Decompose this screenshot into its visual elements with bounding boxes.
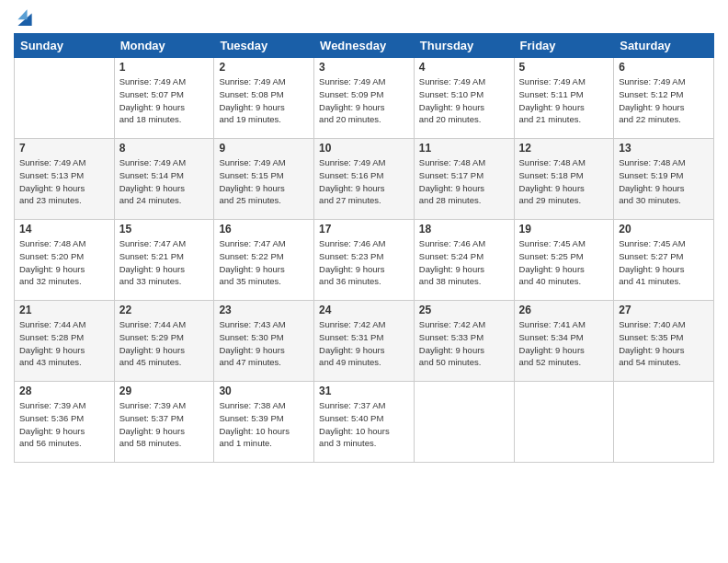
day-cell: 11Sunrise: 7:48 AM Sunset: 5:17 PM Dayli…	[414, 139, 514, 220]
day-cell: 15Sunrise: 7:47 AM Sunset: 5:21 PM Dayli…	[114, 220, 214, 301]
day-number: 1	[119, 61, 210, 74]
day-cell: 25Sunrise: 7:42 AM Sunset: 5:33 PM Dayli…	[414, 301, 514, 382]
header	[14, 9, 714, 26]
day-cell: 16Sunrise: 7:47 AM Sunset: 5:22 PM Dayli…	[214, 220, 314, 301]
day-cell: 7Sunrise: 7:49 AM Sunset: 5:13 PM Daylig…	[15, 139, 115, 220]
day-info: Sunrise: 7:39 AM Sunset: 5:36 PM Dayligh…	[19, 399, 109, 450]
header-thursday: Thursday	[414, 34, 514, 58]
day-info: Sunrise: 7:38 AM Sunset: 5:39 PM Dayligh…	[219, 399, 309, 450]
day-cell: 10Sunrise: 7:49 AM Sunset: 5:16 PM Dayli…	[314, 139, 415, 220]
day-info: Sunrise: 7:48 AM Sunset: 5:17 PM Dayligh…	[419, 156, 509, 207]
day-cell: 18Sunrise: 7:46 AM Sunset: 5:24 PM Dayli…	[414, 220, 514, 301]
day-cell: 6Sunrise: 7:49 AM Sunset: 5:12 PM Daylig…	[614, 58, 714, 139]
day-cell: 14Sunrise: 7:48 AM Sunset: 5:20 PM Dayli…	[15, 220, 115, 301]
day-info: Sunrise: 7:48 AM Sunset: 5:18 PM Dayligh…	[519, 156, 609, 207]
day-cell: 3Sunrise: 7:49 AM Sunset: 5:09 PM Daylig…	[314, 58, 415, 139]
day-number: 30	[219, 385, 309, 397]
day-cell: 20Sunrise: 7:45 AM Sunset: 5:27 PM Dayli…	[614, 220, 714, 301]
day-cell	[414, 382, 514, 463]
day-number: 15	[119, 223, 210, 236]
page: SundayMondayTuesdayWednesdayThursdayFrid…	[0, 0, 728, 563]
week-row-3: 21Sunrise: 7:44 AM Sunset: 5:28 PM Dayli…	[15, 301, 714, 382]
day-number: 6	[619, 61, 709, 74]
day-number: 12	[519, 142, 609, 155]
day-info: Sunrise: 7:48 AM Sunset: 5:20 PM Dayligh…	[19, 237, 109, 288]
day-cell: 31Sunrise: 7:37 AM Sunset: 5:40 PM Dayli…	[314, 382, 415, 463]
day-cell: 29Sunrise: 7:39 AM Sunset: 5:37 PM Dayli…	[114, 382, 214, 463]
day-info: Sunrise: 7:43 AM Sunset: 5:30 PM Dayligh…	[219, 318, 309, 369]
day-info: Sunrise: 7:45 AM Sunset: 5:25 PM Dayligh…	[519, 237, 609, 288]
day-info: Sunrise: 7:49 AM Sunset: 5:15 PM Dayligh…	[219, 156, 309, 207]
day-cell: 19Sunrise: 7:45 AM Sunset: 5:25 PM Dayli…	[514, 220, 614, 301]
day-number: 5	[519, 61, 609, 74]
week-row-1: 7Sunrise: 7:49 AM Sunset: 5:13 PM Daylig…	[15, 139, 714, 220]
header-friday: Friday	[514, 34, 614, 58]
week-row-0: 1Sunrise: 7:49 AM Sunset: 5:07 PM Daylig…	[15, 58, 714, 139]
day-cell: 13Sunrise: 7:48 AM Sunset: 5:19 PM Dayli…	[614, 139, 714, 220]
day-number: 28	[19, 385, 109, 397]
day-cell: 28Sunrise: 7:39 AM Sunset: 5:36 PM Dayli…	[15, 382, 115, 463]
day-number: 8	[119, 142, 210, 155]
day-info: Sunrise: 7:47 AM Sunset: 5:21 PM Dayligh…	[119, 237, 210, 288]
day-cell	[15, 58, 115, 139]
day-cell: 12Sunrise: 7:48 AM Sunset: 5:18 PM Dayli…	[514, 139, 614, 220]
day-number: 16	[219, 223, 309, 236]
day-info: Sunrise: 7:42 AM Sunset: 5:33 PM Dayligh…	[419, 318, 509, 369]
day-info: Sunrise: 7:39 AM Sunset: 5:37 PM Dayligh…	[119, 399, 210, 450]
week-row-2: 14Sunrise: 7:48 AM Sunset: 5:20 PM Dayli…	[15, 220, 714, 301]
calendar-table: SundayMondayTuesdayWednesdayThursdayFrid…	[14, 33, 714, 463]
day-cell: 23Sunrise: 7:43 AM Sunset: 5:30 PM Dayli…	[214, 301, 314, 382]
day-number: 11	[419, 142, 509, 155]
day-info: Sunrise: 7:49 AM Sunset: 5:07 PM Dayligh…	[119, 75, 210, 126]
day-number: 3	[319, 61, 409, 74]
day-cell	[514, 382, 614, 463]
day-info: Sunrise: 7:49 AM Sunset: 5:11 PM Dayligh…	[519, 75, 609, 126]
day-info: Sunrise: 7:42 AM Sunset: 5:31 PM Dayligh…	[319, 318, 409, 369]
day-info: Sunrise: 7:47 AM Sunset: 5:22 PM Dayligh…	[219, 237, 309, 288]
day-info: Sunrise: 7:41 AM Sunset: 5:34 PM Dayligh…	[519, 318, 609, 369]
day-number: 19	[519, 223, 609, 236]
day-number: 29	[119, 385, 210, 397]
day-cell: 2Sunrise: 7:49 AM Sunset: 5:08 PM Daylig…	[214, 58, 314, 139]
day-cell: 5Sunrise: 7:49 AM Sunset: 5:11 PM Daylig…	[514, 58, 614, 139]
day-cell: 30Sunrise: 7:38 AM Sunset: 5:39 PM Dayli…	[214, 382, 314, 463]
day-number: 25	[419, 304, 509, 316]
day-info: Sunrise: 7:48 AM Sunset: 5:19 PM Dayligh…	[619, 156, 709, 207]
day-info: Sunrise: 7:46 AM Sunset: 5:24 PM Dayligh…	[419, 237, 509, 288]
header-row: SundayMondayTuesdayWednesdayThursdayFrid…	[15, 34, 714, 58]
logo-icon	[17, 6, 33, 26]
day-number: 17	[319, 223, 409, 236]
day-number: 10	[319, 142, 409, 155]
day-number: 14	[19, 223, 109, 236]
day-info: Sunrise: 7:49 AM Sunset: 5:09 PM Dayligh…	[319, 75, 409, 126]
day-number: 20	[619, 223, 709, 236]
day-cell: 17Sunrise: 7:46 AM Sunset: 5:23 PM Dayli…	[314, 220, 415, 301]
day-info: Sunrise: 7:45 AM Sunset: 5:27 PM Dayligh…	[619, 237, 709, 288]
svg-marker-1	[17, 9, 27, 19]
day-cell: 9Sunrise: 7:49 AM Sunset: 5:15 PM Daylig…	[214, 139, 314, 220]
day-number: 13	[619, 142, 709, 155]
day-info: Sunrise: 7:44 AM Sunset: 5:29 PM Dayligh…	[119, 318, 210, 369]
day-number: 21	[19, 304, 109, 316]
day-number: 18	[419, 223, 509, 236]
day-cell: 21Sunrise: 7:44 AM Sunset: 5:28 PM Dayli…	[15, 301, 115, 382]
header-sunday: Sunday	[15, 34, 115, 58]
day-cell: 27Sunrise: 7:40 AM Sunset: 5:35 PM Dayli…	[614, 301, 714, 382]
day-number: 26	[519, 304, 609, 316]
day-number: 9	[219, 142, 309, 155]
day-number: 7	[19, 142, 109, 155]
header-wednesday: Wednesday	[314, 34, 415, 58]
day-cell	[614, 382, 714, 463]
day-cell: 24Sunrise: 7:42 AM Sunset: 5:31 PM Dayli…	[314, 301, 415, 382]
day-number: 24	[319, 304, 409, 316]
day-info: Sunrise: 7:49 AM Sunset: 5:16 PM Dayligh…	[319, 156, 409, 207]
header-saturday: Saturday	[614, 34, 714, 58]
logo	[14, 9, 35, 26]
day-number: 27	[619, 304, 709, 316]
day-number: 31	[319, 385, 409, 397]
day-number: 2	[219, 61, 309, 74]
day-info: Sunrise: 7:49 AM Sunset: 5:12 PM Dayligh…	[619, 75, 709, 126]
day-info: Sunrise: 7:49 AM Sunset: 5:14 PM Dayligh…	[119, 156, 210, 207]
day-info: Sunrise: 7:49 AM Sunset: 5:08 PM Dayligh…	[219, 75, 309, 126]
day-number: 23	[219, 304, 309, 316]
